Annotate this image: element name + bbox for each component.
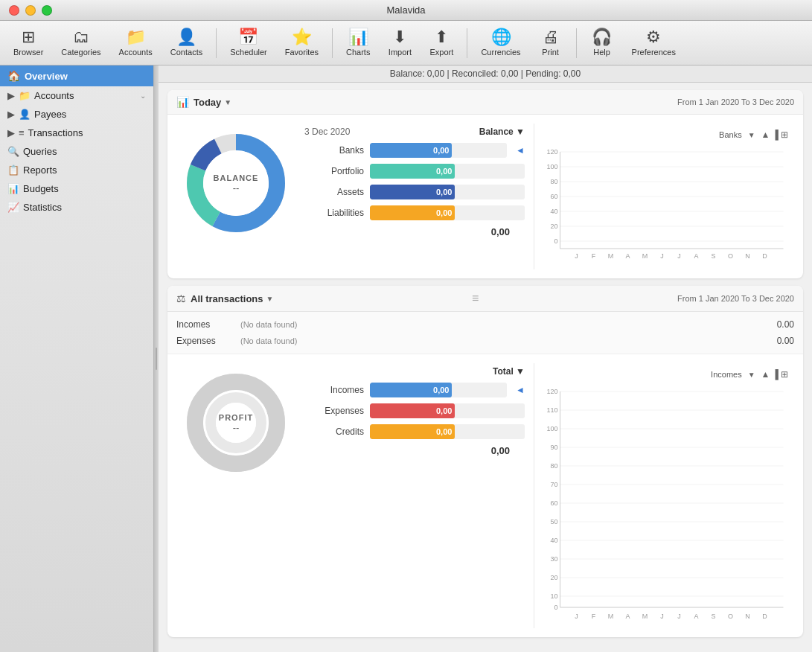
toolbar-accounts[interactable]: 📁 Accounts [112, 26, 160, 60]
svg-text:D: D [762, 613, 767, 620]
svg-text:S: S [711, 252, 715, 260]
profit-donut-label: PROFIT -- [219, 413, 253, 433]
profit-area-chart-icon[interactable]: ▲ [761, 369, 770, 380]
print-icon: 🖨 [543, 29, 559, 45]
bar-label-dropdown[interactable]: Balance ▼ [479, 127, 525, 137]
sidebar-item-payees[interactable]: ▶ 👤 Payees [0, 105, 153, 124]
toolbar-print[interactable]: 🖨 Print [531, 26, 570, 60]
content-scroll[interactable]: 📊 Today ▼ From 1 Jan 2020 To 3 Dec 2020 [159, 83, 812, 652]
balance-bar-data: 3 Dec 2020 Balance ▼ Banks 0,00 ◄ [304, 124, 525, 237]
toolbar-favorites[interactable]: ⭐ Favorites [278, 26, 326, 60]
sidebar-reports-label: Reports [23, 164, 57, 176]
profit-bar-header: Total ▼ [304, 366, 525, 377]
toolbar-scheduler-label: Scheduler [230, 48, 267, 57]
bar-track-portfolio: 0,00 [370, 164, 525, 179]
balance-chart-icon: 📊 [176, 96, 189, 108]
sidebar-item-transactions[interactable]: ▶ ≡ Transactions [0, 124, 153, 142]
svg-text:F: F [592, 613, 596, 620]
svg-text:J: J [677, 252, 681, 260]
toolbar-scheduler[interactable]: 📅 Scheduler [223, 26, 275, 60]
sidebar-queries-label: Queries [23, 146, 57, 157]
mini-chart-header: Banks ▼ ▲ ▐ ⊞ [540, 130, 788, 140]
area-chart-icon[interactable]: ▲ [761, 130, 770, 140]
sidebar-item-overview[interactable]: 🏠 Overview [0, 65, 153, 86]
balance-body: BALANCE -- 3 Dec 2020 Balance ▼ [167, 115, 803, 278]
balance-donut: BALANCE -- [176, 124, 295, 243]
balance-donut-label: BALANCE -- [214, 173, 259, 194]
mc-dropdown-banks[interactable]: ▼ [748, 131, 755, 139]
minimize-button[interactable] [25, 5, 36, 16]
bar-label-credits: Credits [304, 426, 364, 437]
toolbar-import[interactable]: ⬇ Import [380, 26, 419, 60]
profit-mini-chart: Incomes ▼ ▲ ▐ ⊞ [534, 363, 794, 628]
bar-label-portfolio: Portfolio [304, 166, 364, 176]
title-bar: Malavida [0, 0, 812, 21]
payees-user-icon: 👤 [19, 109, 31, 120]
bar-chart-icon[interactable]: ▐ [772, 130, 779, 140]
svg-text:120: 120 [546, 388, 557, 395]
accounts-icon: 📁 [126, 29, 146, 45]
status-bar: Balance: 0,00 | Reconciled: 0,00 | Pendi… [159, 65, 812, 83]
sidebar-item-budgets[interactable]: 📊 Budgets [0, 179, 153, 198]
close-button[interactable] [9, 5, 19, 16]
sidebar-item-accounts[interactable]: ▶ 📁 Accounts ⌄ [0, 86, 153, 105]
bar-track-credits: 0,00 [370, 424, 525, 439]
toolbar-import-label: Import [389, 48, 412, 57]
charts-icon: 📊 [348, 29, 368, 45]
bar-fill-liabilities: 0,00 [370, 205, 455, 220]
sidebar-item-queries[interactable]: 🔍 Queries [0, 142, 153, 161]
sidebar-item-reports[interactable]: 📋 Reports [0, 161, 153, 179]
toolbar-export[interactable]: ⬆ Export [422, 26, 461, 60]
svg-text:40: 40 [550, 537, 557, 544]
sidebar-statistics-label: Statistics [23, 202, 62, 213]
bar-row-expenses: Expenses 0,00 [304, 403, 525, 418]
toolbar-currencies-label: Currencies [481, 48, 520, 57]
svg-text:20: 20 [550, 574, 557, 581]
profit-donut: PROFIT -- [176, 363, 295, 482]
sidebar: 🏠 Overview ▶ 📁 Accounts ⌄ ▶ 👤 Payees ▶ ≡… [0, 65, 154, 652]
profit-bar-chart-icon[interactable]: ▐ [772, 369, 779, 380]
balance-title-dropdown[interactable]: ▼ [224, 98, 231, 106]
sidebar-item-statistics[interactable]: 📈 Statistics [0, 198, 153, 217]
expenses-label: Expenses [176, 336, 236, 346]
mini-chart-icons: ▲ ▐ ⊞ [761, 130, 788, 140]
drag-indicator [156, 348, 157, 370]
window-controls[interactable] [9, 5, 52, 16]
toolbar-currencies[interactable]: 🌐 Currencies [473, 26, 528, 60]
sidebar-budgets-label: Budgets [23, 183, 59, 194]
svg-text:N: N [745, 252, 750, 260]
bar-date: 3 Dec 2020 [304, 127, 350, 137]
table-icon[interactable]: ⊞ [781, 130, 788, 140]
mc-dropdown-incomes[interactable]: ▼ [748, 371, 755, 379]
svg-text:O: O [728, 252, 733, 260]
transactions-title-dropdown[interactable]: ▼ [266, 295, 274, 303]
maximize-button[interactable] [42, 5, 52, 16]
toolbar-contacts[interactable]: 👤 Contacts [163, 26, 210, 60]
toolbar-accounts-label: Accounts [119, 48, 153, 57]
svg-text:60: 60 [550, 193, 557, 200]
toolbar-categories-label: Categories [61, 48, 100, 57]
profit-table-icon[interactable]: ⊞ [781, 369, 788, 380]
bar-fill-banks: 0,00 [370, 143, 452, 158]
expenses-sub: (No data found) [240, 336, 297, 345]
svg-text:20: 20 [550, 223, 557, 230]
profit-total: 0,00 [304, 445, 525, 456]
svg-text:S: S [711, 613, 715, 620]
toolbar-help[interactable]: 🎧 Help [583, 26, 621, 60]
toolbar-browser[interactable]: ⊞ Browser [6, 26, 51, 60]
toolbar-categories[interactable]: 🗂 Categories [54, 26, 108, 60]
toolbar-sep-4 [576, 28, 577, 58]
donut-title: BALANCE [214, 173, 259, 182]
svg-text:100: 100 [546, 163, 557, 170]
balance-chart-area: 120 100 80 60 40 20 0 J F M [540, 144, 788, 263]
profit-chart-area: 120 110 100 90 80 70 60 50 40 30 20 [540, 384, 788, 622]
bar-fill-expenses: 0,00 [370, 403, 455, 418]
toolbar-charts[interactable]: 📊 Charts [339, 26, 377, 60]
svg-text:30: 30 [550, 555, 557, 563]
bar-row-credits: Credits 0,00 [304, 424, 525, 439]
profit-total-dropdown[interactable]: Total ▼ [493, 366, 525, 377]
transactions-title: All transactions [191, 293, 263, 304]
toolbar-preferences[interactable]: ⚙ Preferences [624, 26, 683, 60]
toolbar-export-label: Export [430, 48, 454, 57]
reports-icon: 📋 [7, 164, 19, 176]
